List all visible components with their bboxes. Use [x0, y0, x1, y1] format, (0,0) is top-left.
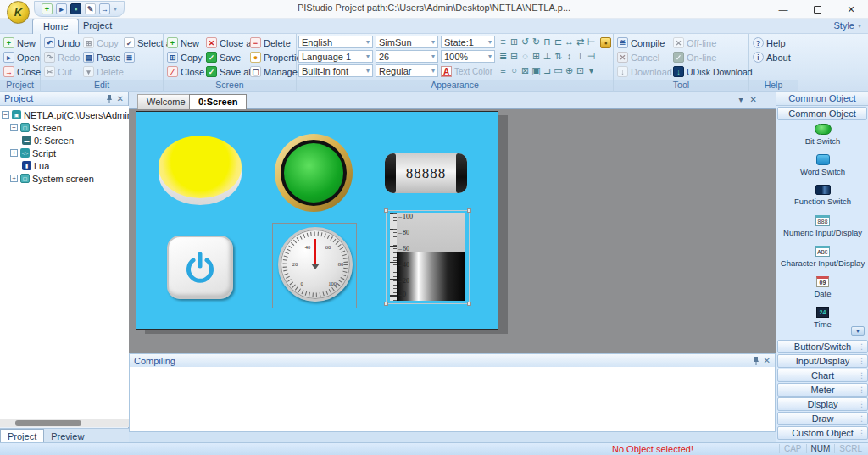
bottom-tab-project[interactable]: Project: [0, 429, 44, 442]
align-tool-icon[interactable]: ≡: [498, 64, 509, 77]
expand-icon[interactable]: +: [10, 175, 18, 182]
copy-button[interactable]: Copy: [81, 36, 122, 50]
font-select[interactable]: SimSun▾: [376, 36, 438, 48]
maximize-button[interactable]: [800, 0, 834, 19]
project-panel-close-icon[interactable]: ✕: [117, 94, 124, 103]
power-button-widget[interactable]: [167, 236, 233, 299]
language-select[interactable]: English▾: [298, 36, 373, 48]
minimize-button[interactable]: —: [766, 0, 800, 19]
align-tool-icon[interactable]: ⊡: [575, 64, 586, 77]
font-style-select[interactable]: Regular▾: [376, 64, 438, 77]
green-lamp-widget[interactable]: [275, 134, 353, 212]
align-tool-icon[interactable]: ⇅: [553, 50, 564, 63]
object-item-word-switch[interactable]: Word Switch: [776, 153, 868, 183]
selection-handle[interactable]: [467, 208, 471, 213]
align-tool-icon[interactable]: ⊞: [531, 50, 542, 63]
tree-node-lua[interactable]: ▮ Lua: [0, 159, 129, 172]
align-tool-icon[interactable]: ⊐: [542, 64, 553, 77]
zoom-select[interactable]: 100%▾: [441, 50, 495, 63]
canvas-area[interactable]: 88888 0 20 40: [129, 109, 776, 353]
close-project-button[interactable]: Close: [2, 64, 38, 79]
align-tool-icon[interactable]: ≣: [498, 50, 509, 63]
selection-handle[interactable]: [384, 208, 388, 213]
lock-icon[interactable]: [600, 37, 611, 48]
accordion-display[interactable]: Display: [777, 397, 868, 411]
tree-node-screen[interactable]: − ▢ Screen: [0, 121, 129, 134]
tree-node-system-screen[interactable]: + ▢ System screen: [0, 172, 129, 185]
compiling-panel-close-icon[interactable]: ✕: [764, 356, 771, 365]
compile-button[interactable]: Compile: [615, 36, 671, 50]
screen-canvas[interactable]: 88888 0 20 40: [136, 111, 498, 330]
screen-delete-button[interactable]: Delete: [248, 36, 298, 50]
bottom-tab-preview[interactable]: Preview: [44, 429, 91, 442]
screen-close-button[interactable]: Close: [165, 64, 204, 79]
align-tool-icon[interactable]: ↔: [564, 36, 575, 48]
selection-handle[interactable]: [467, 302, 471, 306]
object-item-numeric[interactable]: 888 Numeric Input/Display: [776, 214, 868, 244]
section-common-object[interactable]: Common Object: [777, 107, 867, 120]
redo-button[interactable]: Redo: [42, 50, 81, 64]
object-item-function-switch[interactable]: Function Switch: [776, 183, 868, 214]
align-tool-icon[interactable]: ▣: [531, 64, 542, 77]
selection-handle[interactable]: [384, 302, 388, 306]
tab-screen0[interactable]: 0:Screen: [189, 94, 247, 109]
align-tool-icon[interactable]: ⊕: [564, 64, 575, 77]
close-button[interactable]: ✕: [834, 0, 868, 19]
tree-node-script[interactable]: + </> Script: [0, 147, 129, 159]
delete-button[interactable]: Delete: [81, 64, 122, 79]
align-tool-icon[interactable]: ≡: [498, 36, 509, 48]
font-size-select[interactable]: 26▾: [376, 50, 438, 63]
align-tool-icon[interactable]: ⊠: [520, 64, 531, 77]
align-tool-icon[interactable]: ▭: [553, 64, 564, 77]
cut-button[interactable]: Cut: [42, 64, 81, 79]
align-tool-icon[interactable]: ⊏: [553, 36, 564, 48]
collapse-icon[interactable]: −: [2, 111, 9, 119]
align-tool-icon[interactable]: ⊢: [586, 36, 597, 48]
about-button[interactable]: About: [751, 50, 796, 64]
offline-button[interactable]: Off-line: [671, 36, 749, 50]
app-logo-icon[interactable]: K: [7, 1, 30, 24]
undo-button[interactable]: Undo: [42, 36, 81, 50]
download-button[interactable]: Download: [615, 64, 671, 79]
numeric-display-widget[interactable]: 88888: [385, 153, 467, 193]
object-item-bit-switch[interactable]: Bit Switch: [776, 122, 868, 153]
pin-icon[interactable]: [753, 356, 760, 365]
object-item-date[interactable]: 09 Date: [776, 275, 868, 305]
new-button[interactable]: New: [2, 36, 38, 50]
align-tool-icon[interactable]: ⊥: [542, 50, 553, 63]
text-color-button[interactable]: AText Color: [441, 64, 495, 79]
paste-button[interactable]: Paste: [81, 50, 122, 64]
tab-welcome[interactable]: Welcome: [137, 94, 195, 109]
properties-button[interactable]: Properties: [248, 50, 298, 64]
udisk-download-button[interactable]: UDisk Download: [671, 64, 749, 79]
save-all-button[interactable]: Save all: [204, 64, 248, 79]
language-slot-select[interactable]: Language 1▾: [298, 50, 373, 63]
tank-selection-box[interactable]: 100 80 60 40 20 0: [386, 210, 470, 304]
tree-node-screen0[interactable]: ▬ 0: Screen: [0, 134, 129, 147]
font-source-select[interactable]: Built-in font▾: [298, 64, 373, 77]
cancel-button[interactable]: Cancel: [615, 50, 671, 64]
align-tool-icon[interactable]: ○: [509, 64, 520, 77]
accordion-custom-object[interactable]: Custom Object: [777, 426, 868, 440]
help-button[interactable]: Help: [751, 36, 796, 50]
align-tool-icon[interactable]: ⊞: [509, 36, 520, 48]
align-tool-icon[interactable]: ↺: [520, 36, 531, 48]
tab-project[interactable]: Project: [73, 19, 122, 34]
align-tool-icon[interactable]: ⇄: [575, 36, 586, 48]
manager-button[interactable]: Manager: [248, 64, 298, 79]
accordion-input-display[interactable]: Input/Display: [777, 354, 868, 368]
horizontal-scrollbar[interactable]: [0, 419, 129, 427]
yellow-button-widget[interactable]: [159, 136, 242, 198]
tab-list-dropdown-icon[interactable]: ▾: [739, 95, 743, 104]
scrollbar-thumb[interactable]: [15, 420, 81, 426]
accordion-chart[interactable]: Chart: [777, 369, 868, 382]
online-button[interactable]: On-line: [671, 50, 749, 64]
style-dropdown[interactable]: Style ▾: [834, 20, 861, 31]
accordion-meter[interactable]: Meter: [777, 383, 868, 397]
align-tool-icon[interactable]: ↻: [531, 36, 542, 48]
tree-node-root[interactable]: − ▣ NETLA.pi(C:\Users\Admin\Des: [0, 108, 129, 121]
gauge-widget[interactable]: 0 20 40 60 80 100: [278, 227, 353, 302]
gauge-selection-box[interactable]: 0 20 40 60 80 100: [272, 223, 357, 308]
collapse-icon[interactable]: −: [10, 124, 18, 131]
save-button[interactable]: Save: [204, 50, 248, 64]
